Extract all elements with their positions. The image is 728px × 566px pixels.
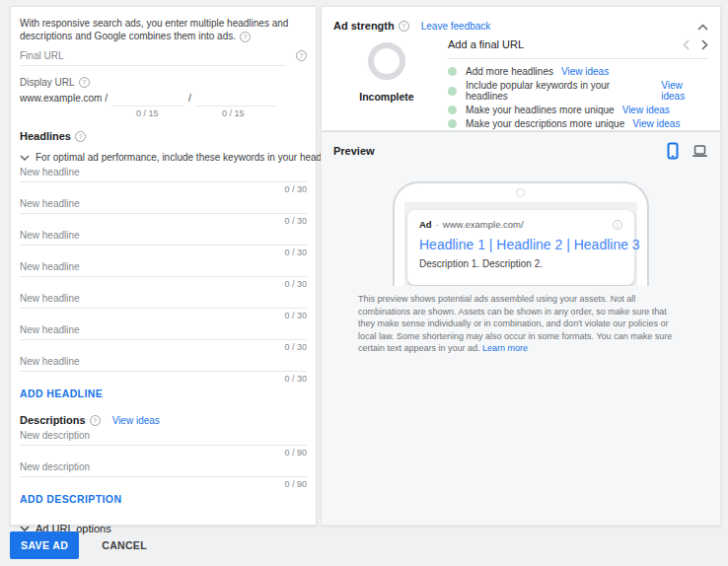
google-ads-responsive-search-ad-editor: With responsive search ads, you enter mu… [0, 0, 728, 566]
add-description-button[interactable]: ADD DESCRIPTION [20, 493, 121, 505]
headline-counter: 0 / 30 [20, 279, 307, 289]
headline-field: 0 / 30 [20, 229, 307, 257]
suggestion-row: Make your headlines more unique View ide… [448, 105, 708, 115]
preview-header: Preview [333, 142, 708, 160]
ad-strength-suggestions: Add a final URL Add more headlines View … [440, 36, 708, 129]
suggestion-dot-icon [448, 119, 457, 128]
chevron-right-icon[interactable] [701, 39, 708, 50]
save-ad-button[interactable]: SAVE AD [10, 531, 79, 559]
description-field: 0 / 90 [20, 429, 307, 458]
headline-counter: 0 / 30 [20, 374, 307, 384]
keywords-expander-label: For optimal ad performance, include thes… [36, 152, 342, 163]
headline-input-7[interactable] [20, 355, 307, 372]
headline-field: 0 / 30 [20, 292, 307, 320]
headline-counter: 0 / 30 [20, 216, 307, 226]
suggestion-row: Include popular keywords in your headlin… [448, 80, 708, 102]
view-ideas-link[interactable]: View ideas [632, 118, 680, 129]
intro-text: With responsive search ads, you enter mu… [20, 17, 307, 42]
ad-strength-title: Ad strength [333, 20, 395, 32]
suggestion-text: Add more headlines [466, 66, 553, 77]
path1-counter: 0 / 15 [136, 108, 159, 118]
suggestion-text: Make your headlines more unique [466, 105, 615, 115]
description-input-2[interactable] [20, 460, 307, 477]
suggestion-dot-icon [448, 87, 457, 96]
headline-counter: 0 / 30 [20, 311, 307, 320]
display-url-separator: / [184, 93, 195, 106]
ad-strength-body: Incomplete Add a final URL Add more head… [333, 36, 708, 129]
final-url-field: ? [20, 49, 307, 66]
action-bar: SAVE AD CANCEL [10, 531, 147, 559]
headline-input-4[interactable] [20, 260, 307, 277]
view-ideas-link[interactable]: View ideas [561, 66, 609, 77]
ad-badge: Ad [419, 219, 432, 230]
leave-feedback-link[interactable]: Leave feedback [421, 21, 491, 32]
headline-counter: 0 / 30 [20, 184, 307, 194]
ad-strength-header: Ad strength ? Leave feedback [333, 17, 708, 35]
headline-input-3[interactable] [20, 229, 307, 246]
final-url-input[interactable] [20, 49, 285, 66]
headline-field: 0 / 30 [20, 323, 307, 352]
descriptions-heading-text: Descriptions [20, 414, 86, 426]
headline-input-2[interactable] [20, 197, 307, 214]
carousel-arrows [683, 39, 708, 50]
display-url-base: www.example.com / [20, 93, 108, 106]
phone-mockup: Ad · www.example.com/ i Headline 1 | Hea… [393, 181, 649, 286]
add-headline-button[interactable]: ADD HEADLINE [20, 388, 103, 399]
suggestion-dot-icon [448, 106, 457, 114]
help-icon[interactable]: ? [240, 32, 251, 42]
info-icon[interactable]: i [613, 220, 622, 230]
chevron-down-icon [20, 155, 30, 161]
display-url-label: Display URL ? [20, 77, 307, 88]
display-path1-input[interactable] [111, 91, 184, 106]
help-icon[interactable]: ? [90, 415, 101, 426]
suggestion-row: Make your descriptions more unique View … [448, 118, 708, 129]
headline-field: 0 / 30 [20, 197, 307, 226]
help-icon[interactable]: ? [399, 21, 409, 32]
headline-field: 0 / 30 [20, 166, 307, 194]
preview-disclaimer: This preview shows potential ads assembl… [358, 293, 684, 355]
headline-input-6[interactable] [20, 323, 307, 340]
collapse-panel-button[interactable] [697, 17, 708, 35]
help-icon[interactable]: ? [79, 77, 90, 88]
chevron-left-icon[interactable] [683, 39, 690, 50]
desktop-device-icon[interactable] [692, 145, 708, 158]
view-ideas-link[interactable]: View ideas [622, 105, 670, 115]
preview-panel: Preview Ad · www.example.com/ i Headline… [321, 132, 721, 526]
headlines-heading: Headlines ? [20, 130, 307, 142]
descriptions-heading: Descriptions ? View ideas [20, 414, 307, 426]
strength-gauge-ring [368, 42, 405, 80]
carousel-title: Add a final URL [448, 38, 524, 50]
ad-display-url: www.example.com/ [443, 219, 524, 230]
descriptions-view-ideas-link[interactable]: View ideas [112, 415, 160, 426]
ad-composer-panel: With responsive search ads, you enter mu… [10, 6, 317, 526]
headline-counter: 0 / 30 [20, 342, 307, 352]
divider [448, 58, 708, 59]
preview-title: Preview [333, 145, 375, 157]
strength-status: Incomplete [359, 91, 413, 103]
help-icon[interactable]: ? [296, 50, 307, 61]
learn-more-link[interactable]: Learn more [482, 343, 528, 353]
ad-preview-headline[interactable]: Headline 1 | Headline 2 | Headline 3 [419, 237, 622, 252]
display-url-label-text: Display URL [20, 77, 75, 88]
dot-separator: · [436, 219, 439, 230]
headline-input-5[interactable] [20, 292, 307, 309]
suggestion-text: Include popular keywords in your headlin… [466, 80, 653, 102]
description-counter: 0 / 90 [20, 479, 307, 489]
ad-strength-panel: Ad strength ? Leave feedback Incomplete … [321, 6, 721, 131]
keywords-expander[interactable]: For optimal ad performance, include thes… [20, 152, 307, 163]
display-path2-input[interactable] [195, 91, 276, 106]
headline-input-1[interactable] [20, 166, 307, 182]
suggestion-row: Add more headlines View ideas [448, 66, 708, 77]
help-icon[interactable]: ? [75, 131, 86, 142]
description-counter: 0 / 90 [20, 448, 307, 458]
cancel-button[interactable]: CANCEL [102, 539, 147, 551]
chevron-up-icon [697, 24, 708, 31]
headlines-heading-text: Headlines [20, 130, 71, 142]
description-field: 0 / 90 [20, 460, 307, 489]
phone-camera-icon [516, 188, 525, 197]
view-ideas-link[interactable]: View ideas [661, 80, 708, 102]
description-input-1[interactable] [20, 429, 307, 446]
ad-url-row: Ad · www.example.com/ i [419, 219, 622, 230]
path2-counter: 0 / 15 [222, 108, 245, 118]
mobile-device-icon[interactable] [667, 142, 679, 160]
